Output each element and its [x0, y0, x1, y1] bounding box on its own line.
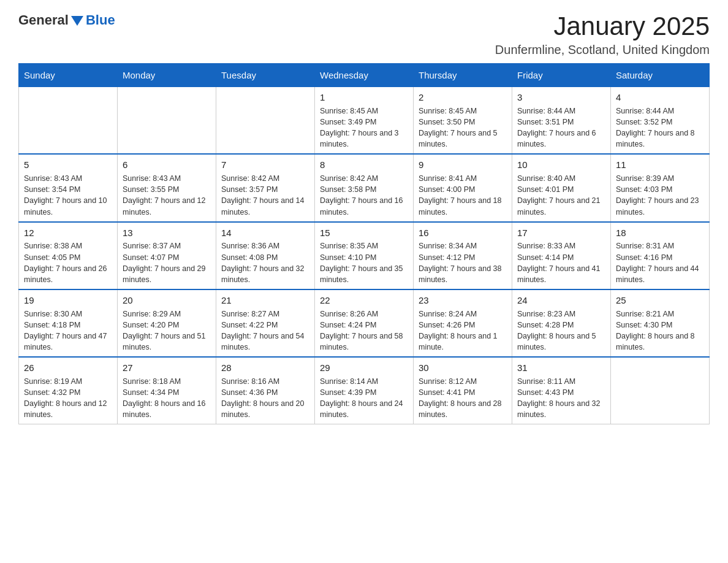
day-info: Sunrise: 8:23 AM Sunset: 4:28 PM Dayligh… [517, 310, 596, 351]
header-day-tuesday: Tuesday [216, 64, 315, 87]
calendar-cell: 27Sunrise: 8:18 AM Sunset: 4:34 PM Dayli… [118, 357, 216, 424]
day-number: 25 [616, 294, 704, 307]
calendar-cell: 12Sunrise: 8:38 AM Sunset: 4:05 PM Dayli… [19, 222, 118, 289]
day-number: 31 [517, 361, 605, 375]
day-info: Sunrise: 8:33 AM Sunset: 4:14 PM Dayligh… [517, 242, 601, 283]
calendar-cell: 18Sunrise: 8:31 AM Sunset: 4:16 PM Dayli… [611, 222, 710, 289]
day-number: 4 [616, 91, 704, 104]
day-number: 7 [221, 158, 309, 172]
week-row-5: 26Sunrise: 8:19 AM Sunset: 4:32 PM Dayli… [19, 357, 710, 424]
week-row-4: 19Sunrise: 8:30 AM Sunset: 4:18 PM Dayli… [19, 289, 710, 357]
header-day-wednesday: Wednesday [315, 64, 414, 87]
day-number: 15 [320, 226, 408, 240]
day-info: Sunrise: 8:11 AM Sunset: 4:43 PM Dayligh… [517, 377, 601, 419]
calendar-cell: 2Sunrise: 8:45 AM Sunset: 3:50 PM Daylig… [414, 87, 512, 155]
day-info: Sunrise: 8:38 AM Sunset: 4:05 PM Dayligh… [24, 242, 107, 283]
day-info: Sunrise: 8:44 AM Sunset: 3:51 PM Dayligh… [517, 107, 596, 148]
day-info: Sunrise: 8:16 AM Sunset: 4:36 PM Dayligh… [221, 377, 305, 419]
week-row-2: 5Sunrise: 8:43 AM Sunset: 3:54 PM Daylig… [19, 154, 710, 221]
calendar-cell: 26Sunrise: 8:19 AM Sunset: 4:32 PM Dayli… [19, 357, 118, 424]
day-number: 13 [123, 226, 211, 240]
calendar-cell: 6Sunrise: 8:43 AM Sunset: 3:55 PM Daylig… [118, 154, 216, 221]
day-number: 9 [419, 158, 507, 172]
logo-general-text: General [18, 12, 69, 28]
day-number: 19 [24, 294, 112, 307]
calendar-cell: 20Sunrise: 8:29 AM Sunset: 4:20 PM Dayli… [118, 289, 216, 357]
day-number: 14 [221, 226, 309, 240]
day-number: 3 [517, 91, 605, 104]
calendar-cell: 22Sunrise: 8:26 AM Sunset: 4:24 PM Dayli… [315, 289, 414, 357]
day-info: Sunrise: 8:35 AM Sunset: 4:10 PM Dayligh… [320, 242, 403, 283]
calendar-subtitle: Dunfermline, Scotland, United Kingdom [495, 43, 710, 57]
logo-blue-text: Blue [86, 12, 115, 28]
day-number: 11 [616, 158, 704, 172]
day-info: Sunrise: 8:26 AM Sunset: 4:24 PM Dayligh… [320, 310, 403, 351]
calendar-cell [611, 357, 710, 424]
day-info: Sunrise: 8:41 AM Sunset: 4:00 PM Dayligh… [419, 174, 502, 216]
day-number: 10 [517, 158, 605, 172]
day-number: 18 [616, 226, 704, 240]
calendar-cell [19, 87, 118, 155]
calendar-cell: 8Sunrise: 8:42 AM Sunset: 3:58 PM Daylig… [315, 154, 414, 221]
day-number: 17 [517, 226, 605, 240]
calendar-cell: 25Sunrise: 8:21 AM Sunset: 4:30 PM Dayli… [611, 289, 710, 357]
calendar-title: January 2025 [495, 12, 710, 40]
calendar-cell: 15Sunrise: 8:35 AM Sunset: 4:10 PM Dayli… [315, 222, 414, 289]
day-number: 2 [419, 91, 507, 104]
header-day-monday: Monday [118, 64, 216, 87]
calendar-cell: 13Sunrise: 8:37 AM Sunset: 4:07 PM Dayli… [118, 222, 216, 289]
calendar-cell: 7Sunrise: 8:42 AM Sunset: 3:57 PM Daylig… [216, 154, 315, 221]
day-number: 21 [221, 294, 309, 307]
day-number: 29 [320, 361, 408, 375]
calendar-cell: 30Sunrise: 8:12 AM Sunset: 4:41 PM Dayli… [414, 357, 512, 424]
day-number: 1 [320, 91, 408, 104]
day-info: Sunrise: 8:42 AM Sunset: 3:58 PM Dayligh… [320, 174, 403, 216]
day-number: 12 [24, 226, 112, 240]
logo-triangle-icon [71, 16, 83, 26]
day-number: 28 [221, 361, 309, 375]
week-row-3: 12Sunrise: 8:38 AM Sunset: 4:05 PM Dayli… [19, 222, 710, 289]
day-number: 27 [123, 361, 211, 375]
day-info: Sunrise: 8:14 AM Sunset: 4:39 PM Dayligh… [320, 377, 403, 419]
calendar-cell: 4Sunrise: 8:44 AM Sunset: 3:52 PM Daylig… [611, 87, 710, 155]
calendar-cell: 29Sunrise: 8:14 AM Sunset: 4:39 PM Dayli… [315, 357, 414, 424]
day-info: Sunrise: 8:44 AM Sunset: 3:52 PM Dayligh… [616, 107, 695, 148]
day-number: 26 [24, 361, 112, 375]
day-info: Sunrise: 8:36 AM Sunset: 4:08 PM Dayligh… [221, 242, 305, 283]
day-info: Sunrise: 8:34 AM Sunset: 4:12 PM Dayligh… [419, 242, 502, 283]
logo: General Blue [18, 12, 115, 28]
day-number: 23 [419, 294, 507, 307]
week-row-1: 1Sunrise: 8:45 AM Sunset: 3:49 PM Daylig… [19, 87, 710, 155]
calendar-cell: 31Sunrise: 8:11 AM Sunset: 4:43 PM Dayli… [512, 357, 611, 424]
day-info: Sunrise: 8:24 AM Sunset: 4:26 PM Dayligh… [419, 310, 498, 351]
calendar-cell: 19Sunrise: 8:30 AM Sunset: 4:18 PM Dayli… [19, 289, 118, 357]
day-info: Sunrise: 8:31 AM Sunset: 4:16 PM Dayligh… [616, 242, 699, 283]
day-info: Sunrise: 8:21 AM Sunset: 4:30 PM Dayligh… [616, 310, 695, 351]
calendar-cell: 11Sunrise: 8:39 AM Sunset: 4:03 PM Dayli… [611, 154, 710, 221]
day-info: Sunrise: 8:29 AM Sunset: 4:20 PM Dayligh… [123, 310, 206, 351]
day-info: Sunrise: 8:45 AM Sunset: 3:50 PM Dayligh… [419, 107, 498, 148]
day-info: Sunrise: 8:43 AM Sunset: 3:55 PM Dayligh… [123, 174, 206, 216]
calendar-cell [216, 87, 315, 155]
day-number: 5 [24, 158, 112, 172]
day-number: 22 [320, 294, 408, 307]
day-info: Sunrise: 8:45 AM Sunset: 3:49 PM Dayligh… [320, 107, 399, 148]
calendar-cell: 21Sunrise: 8:27 AM Sunset: 4:22 PM Dayli… [216, 289, 315, 357]
calendar-cell: 3Sunrise: 8:44 AM Sunset: 3:51 PM Daylig… [512, 87, 611, 155]
day-info: Sunrise: 8:40 AM Sunset: 4:01 PM Dayligh… [517, 174, 601, 216]
calendar-cell: 5Sunrise: 8:43 AM Sunset: 3:54 PM Daylig… [19, 154, 118, 221]
day-info: Sunrise: 8:27 AM Sunset: 4:22 PM Dayligh… [221, 310, 305, 351]
day-number: 8 [320, 158, 408, 172]
day-info: Sunrise: 8:37 AM Sunset: 4:07 PM Dayligh… [123, 242, 206, 283]
calendar-cell: 24Sunrise: 8:23 AM Sunset: 4:28 PM Dayli… [512, 289, 611, 357]
day-number: 16 [419, 226, 507, 240]
header-row: SundayMondayTuesdayWednesdayThursdayFrid… [19, 64, 710, 87]
calendar-table: SundayMondayTuesdayWednesdayThursdayFrid… [18, 63, 710, 424]
day-number: 6 [123, 158, 211, 172]
day-info: Sunrise: 8:43 AM Sunset: 3:54 PM Dayligh… [24, 174, 107, 216]
calendar-cell: 10Sunrise: 8:40 AM Sunset: 4:01 PM Dayli… [512, 154, 611, 221]
page-header: General Blue January 2025 Dunfermline, S… [18, 12, 710, 57]
day-info: Sunrise: 8:42 AM Sunset: 3:57 PM Dayligh… [221, 174, 305, 216]
calendar-cell: 1Sunrise: 8:45 AM Sunset: 3:49 PM Daylig… [315, 87, 414, 155]
calendar-cell: 16Sunrise: 8:34 AM Sunset: 4:12 PM Dayli… [414, 222, 512, 289]
